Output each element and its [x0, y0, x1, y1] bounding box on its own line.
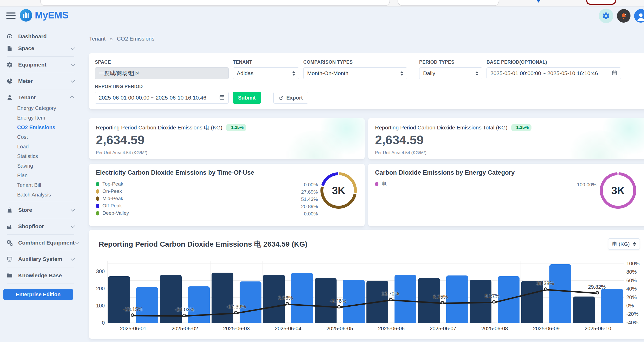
user-avatar[interactable]: [634, 9, 644, 23]
line-point-marker[interactable]: [596, 291, 599, 294]
sidebar-item-auxiliary-system[interactable]: Auxiliary System: [0, 253, 81, 265]
breadcrumb-parent[interactable]: Tenant: [89, 36, 106, 42]
sidebar-subitem-statistics[interactable]: Statistics: [0, 152, 81, 161]
reporting-period-input[interactable]: 2025-06-01 00:00:00 ~ 2025-06-10 16:10:4…: [95, 92, 229, 104]
settings-button[interactable]: [599, 9, 613, 23]
legend-dot-icon: [375, 182, 378, 186]
line-point-marker[interactable]: [389, 298, 392, 301]
chart-unit-select[interactable]: 电 (KG): [608, 238, 640, 250]
base-period-label: BASE PERIOD(OPTIONAL): [487, 60, 621, 65]
building-icon: [6, 45, 14, 52]
tou-card-title: Electricity Carbon Dioxide Emissions by …: [96, 169, 358, 176]
line-point-marker[interactable]: [131, 313, 134, 317]
line-point-label: 8.27%: [485, 293, 500, 299]
sidebar-subitem-co2-emissions[interactable]: CO2 Emissions: [0, 123, 81, 132]
right-axis-tick: 80%: [626, 269, 644, 275]
enterprise-edition-button[interactable]: Enterprise Edition: [3, 289, 73, 300]
sidebar-divider: [7, 284, 74, 284]
comparison-value: Month-On-Month: [307, 70, 349, 76]
chevron-down-icon: [71, 207, 75, 212]
legend-percentage: 27.69%: [287, 189, 318, 195]
line-point-marker[interactable]: [182, 314, 186, 317]
gears-icon: [6, 239, 14, 246]
line-point-label: -23.15%: [123, 306, 143, 312]
right-axis-tick: 60%: [626, 278, 644, 284]
filter-panel: SPACE 一度城/商场/租区 TENANT Adidas COMPARISON…: [89, 53, 644, 109]
sidebar-item-meter[interactable]: Meter: [0, 75, 81, 87]
legend-item[interactable]: On-Peak: [96, 188, 358, 195]
sidebar-item-label: Shopfloor: [18, 223, 71, 229]
updown-arrows-icon: [633, 242, 636, 246]
legend-dot-icon: [96, 211, 99, 215]
increase-badge: ↑1.25%: [511, 124, 532, 131]
notifications-button[interactable]: [617, 9, 630, 23]
sidebar-subitem-energy-category[interactable]: Energy Category: [0, 103, 81, 113]
line-point-marker[interactable]: [544, 287, 547, 291]
hamburger-menu-icon[interactable]: [6, 12, 16, 19]
sidebar-item-combined-equipment[interactable]: Combined Equipment: [0, 237, 81, 249]
factory-icon: [6, 223, 14, 230]
legend-item[interactable]: Mid-Peak: [96, 195, 358, 202]
space-input[interactable]: 一度城/商场/租区: [95, 67, 229, 79]
line-point-label: -3.46%: [330, 298, 346, 304]
stat-card-total: Reporting Period Carbon Dioxide Emission…: [368, 118, 644, 159]
sidebar-item-space[interactable]: Space: [0, 42, 81, 54]
line-point-marker[interactable]: [441, 301, 444, 304]
legend-label: 电: [382, 181, 386, 187]
legend-percentage: 20.89%: [287, 204, 318, 209]
sidebar-subitem-cost[interactable]: Cost: [0, 132, 81, 142]
line-point-label: 38.38%: [536, 280, 554, 286]
export-button[interactable]: Export: [273, 92, 308, 104]
comparison-select[interactable]: Month-On-Month: [303, 67, 407, 79]
sidebar-subitem-saving[interactable]: Saving: [0, 161, 81, 171]
sidebar-item-label: Meter: [18, 78, 71, 84]
sidebar-subitem-tenant-bill[interactable]: Tenant Bill: [0, 180, 81, 190]
chevron-down-icon: [71, 45, 75, 50]
sidebar-item-store[interactable]: Store: [0, 204, 81, 216]
browser-address-bar[interactable]: [40, 0, 390, 6]
legend-percentage: 100.00%: [565, 182, 596, 188]
browser-highlighted-control[interactable]: [586, 0, 616, 5]
right-axis-tick: 100%: [626, 261, 644, 267]
stat-card-title: Reporting Period Carbon Dioxide Emission…: [96, 124, 222, 131]
brand[interactable]: MyEMS: [20, 9, 68, 22]
sidebar-item-shopfloor[interactable]: Shopfloor: [0, 220, 81, 232]
x-axis-label: 2025-06-07: [417, 326, 469, 332]
tou-donut-center-label: 3K: [320, 172, 357, 209]
chevron-down-icon: [71, 223, 75, 228]
updown-arrows-icon: [400, 71, 403, 76]
myems-logo-icon: [20, 9, 32, 22]
tou-legend: Top-PeakOn-PeakMid-PeakOff-PeakDeep-Vall…: [96, 180, 358, 217]
calendar-icon: [219, 94, 225, 101]
line-point-marker[interactable]: [337, 305, 341, 308]
sidebar-subitem-batch-analysis[interactable]: Batch Analysis: [0, 190, 81, 200]
sidebar-item-label: Store: [18, 207, 71, 213]
x-axis-label: 2025-06-01: [107, 326, 159, 332]
legend-item[interactable]: Off-Peak: [96, 202, 358, 209]
browser-chrome-strip: [0, 0, 644, 6]
period-types-select[interactable]: Daily: [419, 67, 482, 79]
left-axis-tick: 300: [89, 268, 105, 274]
sidebar-subitem-plan[interactable]: Plan: [0, 171, 81, 180]
legend-item[interactable]: Top-Peak: [96, 180, 358, 188]
updown-arrows-icon: [292, 71, 295, 76]
legend-item[interactable]: Deep-Valley: [96, 209, 358, 217]
increase-badge: ↑1.25%: [226, 124, 247, 131]
line-point-marker[interactable]: [492, 300, 496, 304]
chevron-down-icon: [71, 256, 75, 261]
base-period-input[interactable]: 2025-05-01 00:00:00 ~ 2025-05-10 16:10:4…: [487, 67, 621, 79]
tenant-select[interactable]: Adidas: [233, 67, 299, 79]
sidebar-item-tenant[interactable]: Tenant: [0, 91, 81, 103]
submit-button[interactable]: Submit: [233, 92, 261, 104]
browser-secondary-field[interactable]: [398, 0, 499, 6]
sidebar-item-dashboard[interactable]: Dashboard: [0, 30, 81, 42]
browser-blue-icon[interactable]: [535, 0, 542, 3]
right-axis-tick: 40%: [626, 286, 644, 292]
sidebar-item-equipment[interactable]: Equipment: [0, 59, 81, 71]
chart-unit-value: 电 (KG): [612, 241, 630, 248]
sidebar-divider: [7, 218, 74, 218]
sidebar-subitem-energy-item[interactable]: Energy Item: [0, 113, 81, 123]
sidebar-item-knowledge-base[interactable]: Knowledge Base: [0, 269, 81, 281]
line-point-marker[interactable]: [234, 311, 238, 314]
sidebar-subitem-load[interactable]: Load: [0, 142, 81, 152]
